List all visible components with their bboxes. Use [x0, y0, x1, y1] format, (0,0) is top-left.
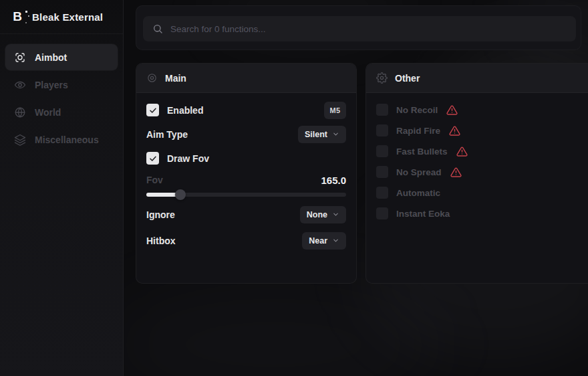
sidebar-item-world[interactable]: World	[5, 99, 118, 125]
aim-type-dropdown[interactable]: Silent	[298, 126, 346, 143]
chevron-down-icon	[332, 211, 339, 218]
sidebar-item-label: Aimbot	[35, 52, 67, 63]
draw-fov-label: Draw Fov	[167, 153, 209, 164]
chevron-down-icon	[332, 130, 339, 138]
ignore-dropdown[interactable]: None	[300, 206, 346, 223]
no-spread-label: No Spread	[396, 167, 442, 177]
sidebar-header: B Bleak External	[0, 0, 123, 34]
search-input[interactable]: Search for 0 functions...	[143, 16, 576, 41]
no-recoil-label: No Recoil	[396, 105, 438, 115]
instant-eoka-row: Instant Eoka	[376, 207, 588, 219]
no-spread-row: No Spread	[376, 166, 588, 178]
sidebar-item-label: Players	[35, 80, 68, 90]
rapid-fire-row: Rapid Fire	[376, 124, 588, 136]
instant-eoka-checkbox[interactable]	[376, 207, 388, 219]
checkmark-icon	[149, 155, 157, 163]
rapid-fire-label: Rapid Fire	[396, 126, 440, 136]
fast-bullets-row: Fast Bullets	[376, 145, 588, 157]
panel-main-body: Enabled M5 Aim Type Silent Draw Fov	[136, 93, 356, 258]
panel-other-body: No Recoil Rapid Fire Fast Bullets	[366, 93, 588, 236]
logo-letter: B	[13, 9, 22, 23]
instant-eoka-label: Instant Eoka	[396, 209, 450, 219]
hitbox-dropdown[interactable]: Near	[302, 232, 346, 250]
warning-triangle-icon	[449, 125, 460, 136]
gear-icon	[376, 72, 388, 84]
globe-icon	[14, 106, 26, 118]
panel-main: Main Enabled M5 Aim Type Silent	[136, 63, 357, 284]
search-icon	[152, 23, 163, 34]
layers-icon	[14, 134, 26, 146]
app-logo: B	[10, 9, 25, 24]
app-title: Bleak External	[32, 11, 103, 23]
draw-fov-checkbox[interactable]	[146, 152, 159, 165]
automatic-label: Automatic	[396, 188, 440, 198]
warning-triangle-icon	[456, 146, 468, 157]
panel-main-header: Main	[136, 64, 356, 93]
app-window: B Bleak External Aimbot Players	[0, 0, 588, 376]
enabled-row: Enabled M5	[146, 101, 346, 119]
sidebar-nav: Aimbot Players World Miscellaneous	[0, 34, 123, 153]
automatic-row: Automatic	[376, 187, 588, 199]
fov-value: 165.0	[321, 175, 346, 186]
enabled-keybind-badge[interactable]: M5	[324, 102, 346, 119]
fast-bullets-label: Fast Bullets	[396, 147, 448, 157]
warning-triangle-icon	[450, 167, 462, 178]
fast-bullets-checkbox[interactable]	[376, 145, 388, 157]
target-icon	[146, 72, 158, 84]
warning-triangle-icon	[446, 104, 458, 116]
ignore-label: Ignore	[146, 209, 175, 220]
smoke-decoration	[100, 274, 448, 376]
sidebar: B Bleak External Aimbot Players	[0, 0, 124, 376]
sidebar-item-label: Miscellaneous	[35, 134, 99, 145]
rapid-fire-checkbox[interactable]	[376, 124, 388, 136]
aim-type-value: Silent	[305, 130, 327, 139]
aimbot-scan-icon	[14, 52, 26, 64]
aim-type-label: Aim Type	[146, 129, 188, 140]
panel-title: Other	[395, 73, 420, 84]
checkmark-icon	[149, 106, 157, 114]
draw-fov-row: Draw Fov	[146, 149, 346, 167]
ignore-row: Ignore None	[146, 205, 346, 223]
eye-icon	[14, 79, 26, 91]
hitbox-value: Near	[309, 236, 327, 246]
enabled-label: Enabled	[167, 105, 203, 116]
sidebar-item-miscellaneous[interactable]: Miscellaneous	[5, 126, 118, 153]
enabled-checkbox[interactable]	[146, 104, 159, 116]
ignore-value: None	[307, 210, 327, 219]
fov-slider-thumb[interactable]	[175, 189, 186, 200]
sidebar-item-aimbot[interactable]: Aimbot	[5, 44, 118, 70]
hitbox-row: Hitbox Near	[146, 231, 346, 250]
sidebar-item-players[interactable]: Players	[5, 72, 118, 98]
panel-other: Other No Recoil Rapid Fire Fast Bullets	[365, 63, 588, 284]
fov-row: Fov 165.0	[146, 173, 346, 187]
sidebar-item-label: World	[35, 107, 61, 118]
fov-slider[interactable]	[146, 189, 346, 200]
search-placeholder: Search for 0 functions...	[170, 24, 266, 34]
no-spread-checkbox[interactable]	[376, 166, 388, 178]
hitbox-label: Hitbox	[146, 236, 176, 246]
panel-other-header: Other	[366, 64, 588, 93]
panel-title: Main	[165, 73, 186, 84]
search-container: Search for 0 functions...	[136, 5, 581, 50]
chevron-down-icon	[332, 237, 339, 244]
aim-type-row: Aim Type Silent	[146, 125, 346, 143]
automatic-checkbox[interactable]	[376, 187, 388, 199]
fov-label: Fov	[146, 175, 163, 185]
no-recoil-row: No Recoil	[376, 104, 588, 116]
no-recoil-checkbox[interactable]	[376, 104, 388, 116]
